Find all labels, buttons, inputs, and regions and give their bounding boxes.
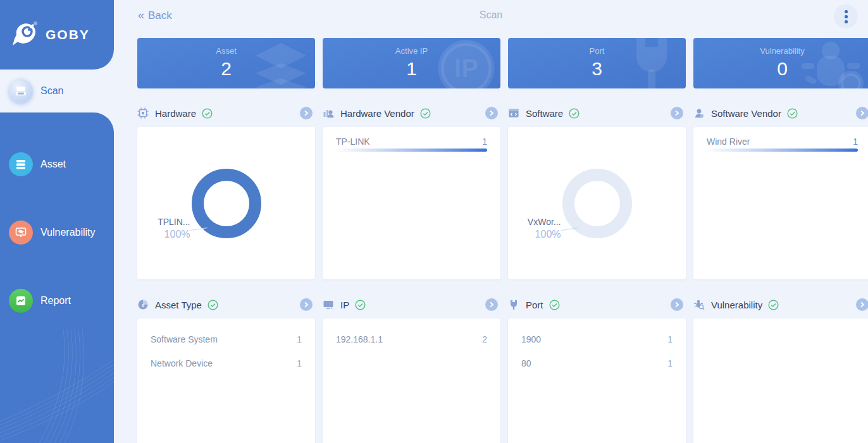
goby-fish-logo-icon	[10, 20, 39, 50]
check-circle-icon[interactable]	[787, 108, 798, 119]
pie-icon: $	[137, 299, 149, 310]
topbar: «Back Scan	[114, 0, 868, 33]
sidebar-item-label: Scan	[40, 85, 63, 97]
report-icon	[9, 289, 33, 313]
expand-chevron-icon[interactable]	[856, 298, 868, 311]
panel-header: Software	[508, 104, 686, 122]
asset-icon	[9, 152, 33, 176]
panel-hardware: Hardware TPLIN... 100%	[137, 104, 315, 279]
stat-card-vulnerability[interactable]: Vulnerability 0	[693, 38, 868, 88]
sidebar-item-scan[interactable]: Scan	[0, 70, 114, 112]
person-icon	[693, 107, 705, 119]
panel-software: Software VxWor... 100%	[508, 104, 686, 279]
row-label: Network Device	[151, 358, 213, 368]
vendor-chart-icon	[323, 107, 334, 119]
software-donut-chart[interactable]	[562, 169, 632, 238]
bug-scope-icon	[693, 299, 705, 310]
vendor-bar-row[interactable]: TP-LINK 1	[323, 127, 500, 152]
row-label: Software System	[151, 334, 218, 344]
row-value: 1	[667, 334, 673, 344]
panel-header: $ Asset Type	[137, 296, 315, 313]
panel-card: TPLIN... 100%	[137, 127, 315, 279]
donut-label: VxWor... 100%	[528, 217, 561, 240]
sidebar-item-label: Asset	[40, 159, 66, 170]
list-row[interactable]: 192.168.1.1 2	[323, 327, 500, 351]
content: Asset 2 Active IP 1 IP Port 3	[114, 38, 868, 443]
check-circle-icon[interactable]	[768, 300, 779, 310]
expand-chevron-icon[interactable]	[485, 107, 498, 119]
page-title: Scan	[114, 9, 868, 21]
expand-chevron-icon[interactable]	[485, 298, 498, 311]
row-value: 1	[297, 334, 302, 344]
panel-card: Software System 1 Network Device 1	[137, 319, 315, 443]
panel-card: Wind River 1	[693, 127, 868, 279]
panel-asset-type: $ Asset Type Software System	[137, 296, 315, 443]
donut-series-name: TPLIN...	[158, 217, 190, 227]
list-row[interactable]: Network Device 1	[137, 351, 315, 375]
panel-port: Port 1900 1	[508, 296, 686, 443]
list-row[interactable]: Software System 1	[137, 327, 315, 351]
bar-label: Wind River	[707, 137, 750, 147]
decorative-curves	[0, 329, 114, 443]
row-label: 192.168.1.1	[336, 334, 383, 344]
gradient-bar	[336, 149, 487, 152]
expand-chevron-icon[interactable]	[300, 298, 313, 311]
panel-title: IP	[340, 300, 349, 310]
sidebar-item-label: Report	[40, 295, 71, 306]
expand-chevron-icon[interactable]	[671, 107, 683, 119]
panel-title: Vulnerability	[711, 300, 762, 310]
list-row[interactable]: 80 1	[508, 351, 686, 375]
donut-label: TPLIN... 100%	[158, 217, 190, 240]
expand-chevron-icon[interactable]	[300, 107, 313, 119]
bar-value: 1	[853, 137, 858, 147]
sidebar-item-asset[interactable]: Asset	[0, 149, 114, 179]
vendor-bar-row[interactable]: Wind River 1	[693, 127, 868, 152]
chip-icon	[137, 107, 149, 119]
layers-icon	[251, 38, 311, 88]
kebab-menu-icon[interactable]	[834, 4, 858, 28]
panel-header: Vulnerability	[693, 296, 868, 313]
check-circle-icon[interactable]	[420, 108, 431, 119]
panel-ip: IP 192.168.1.1 2	[323, 296, 500, 443]
expand-chevron-icon[interactable]	[856, 107, 868, 119]
list-row[interactable]: 1900 1	[508, 327, 686, 351]
svg-text:IP: IP	[454, 54, 478, 82]
code-window-icon	[508, 107, 519, 119]
sidebar-item-vulnerability[interactable]: Vulnerability	[0, 217, 114, 248]
panel-card: 1900 1 80 1	[508, 319, 686, 443]
panel-title: Hardware	[155, 108, 196, 119]
hardware-donut-chart[interactable]	[192, 169, 261, 238]
panel-card: TP-LINK 1	[323, 127, 500, 279]
row-value: 2	[482, 334, 487, 344]
plug-icon	[508, 299, 519, 310]
app-logo[interactable]: GOBY	[0, 0, 114, 70]
panel-title: Software Vendor	[711, 108, 781, 119]
expand-chevron-icon[interactable]	[671, 298, 683, 311]
plug-icon	[621, 38, 682, 88]
panel-title: Asset Type	[155, 300, 202, 310]
stat-card-asset[interactable]: Asset 2	[137, 38, 315, 88]
check-circle-icon[interactable]	[549, 300, 560, 310]
panel-title: Port	[526, 300, 543, 310]
row-label: 80	[521, 358, 531, 368]
panel-card: 192.168.1.1 2	[323, 319, 500, 443]
panel-header: Port	[508, 296, 686, 313]
panel-vulnerability: Vulnerability	[693, 296, 868, 443]
stat-card-port[interactable]: Port 3	[508, 38, 686, 88]
panel-hardware-vendor: Hardware Vendor TP-LINK 1	[323, 104, 500, 279]
bar-value: 1	[482, 137, 487, 147]
sidebar-item-report[interactable]: Report	[0, 286, 114, 316]
main-area: «Back Scan Asset 2 Active IP 1 IP	[114, 0, 868, 443]
sidebar-item-label: Vulnerability	[40, 227, 96, 238]
check-circle-icon[interactable]	[355, 300, 366, 310]
svg-text:$: $	[142, 303, 144, 308]
sidebar: GOBY Scan Asset	[0, 0, 114, 443]
panel-header: Hardware	[137, 104, 315, 122]
check-circle-icon[interactable]	[569, 108, 580, 119]
row-value: 1	[667, 358, 673, 368]
bar-label: TP-LINK	[336, 137, 370, 147]
check-circle-icon[interactable]	[202, 108, 213, 119]
donut-series-name: VxWor...	[528, 217, 561, 227]
stat-card-active-ip[interactable]: Active IP 1 IP	[323, 38, 500, 88]
check-circle-icon[interactable]	[208, 300, 218, 310]
